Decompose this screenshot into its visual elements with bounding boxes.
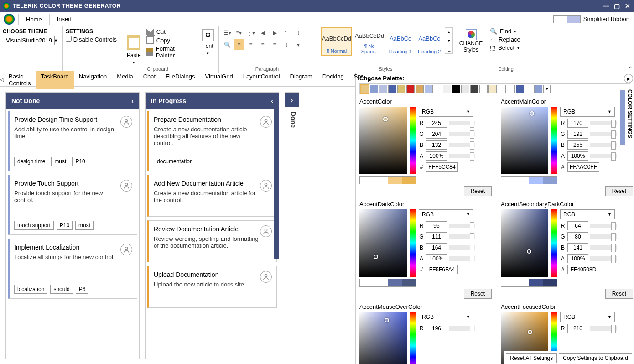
saturation-area[interactable] bbox=[359, 107, 407, 174]
card-tag[interactable]: localization bbox=[14, 285, 47, 294]
r-input[interactable] bbox=[426, 221, 447, 230]
card-tag[interactable]: documentation bbox=[154, 157, 196, 166]
card-tag[interactable]: must bbox=[51, 157, 69, 166]
reset-all-button[interactable]: Reset All Settings bbox=[506, 353, 557, 363]
g-slider[interactable] bbox=[590, 132, 617, 136]
palette-swatch[interactable] bbox=[388, 85, 396, 93]
r-input[interactable] bbox=[567, 221, 588, 230]
task-card[interactable]: Implement LocalizationLocalize all strin… bbox=[8, 239, 137, 299]
shading-button[interactable]: ▾ bbox=[293, 39, 304, 50]
saturation-area[interactable] bbox=[501, 209, 548, 277]
zoom-icon[interactable]: 🔍 bbox=[222, 39, 233, 50]
font-button[interactable]: 🖼Font▾ bbox=[200, 27, 216, 57]
align-left-button[interactable]: ≡ bbox=[234, 39, 244, 50]
task-card[interactable]: Provide Design Time SupportAdd ability t… bbox=[8, 111, 137, 171]
card-tag[interactable]: P10 bbox=[57, 221, 73, 230]
content-tab-filedialogs[interactable]: FileDialogs bbox=[161, 71, 200, 89]
palette-swatch[interactable] bbox=[479, 85, 488, 93]
g-slider[interactable] bbox=[449, 234, 475, 239]
disable-controls-checkbox[interactable]: Disable Controls bbox=[66, 36, 118, 43]
hex-input[interactable] bbox=[426, 162, 458, 172]
r-input[interactable] bbox=[426, 324, 447, 333]
tab-scroll-left[interactable]: ◁ bbox=[0, 77, 4, 83]
maximize-button[interactable]: ▢ bbox=[613, 2, 620, 10]
palette-swatch[interactable] bbox=[370, 85, 378, 93]
palette-swatch[interactable] bbox=[416, 85, 424, 93]
hex-input[interactable] bbox=[567, 265, 599, 274]
b-slider[interactable] bbox=[590, 143, 617, 147]
r-slider[interactable] bbox=[590, 326, 617, 331]
r-input[interactable] bbox=[567, 119, 588, 128]
hue-slider[interactable] bbox=[551, 107, 557, 174]
task-card[interactable]: Provide Touch SupportProvide touch suppo… bbox=[8, 175, 137, 235]
styles-more[interactable]: ⎯ bbox=[445, 45, 452, 54]
r-slider[interactable] bbox=[449, 326, 475, 331]
palette-swatch[interactable] bbox=[361, 85, 369, 93]
reset-button[interactable]: Reset bbox=[464, 289, 492, 299]
palette-swatch[interactable] bbox=[507, 85, 515, 93]
a-slider[interactable] bbox=[590, 154, 617, 158]
hue-slider[interactable] bbox=[410, 107, 416, 174]
content-tab-media[interactable]: Media bbox=[112, 71, 138, 89]
copy-button[interactable]: Copy bbox=[146, 36, 194, 44]
content-tab-taskboard[interactable]: TaskBoard bbox=[36, 71, 73, 89]
a-input[interactable] bbox=[426, 151, 447, 161]
b-slider[interactable] bbox=[449, 245, 475, 250]
b-input[interactable] bbox=[567, 140, 588, 150]
saturation-area[interactable] bbox=[359, 312, 407, 364]
select-button[interactable]: ⬚Select ▾ bbox=[489, 44, 525, 52]
content-tab-docking[interactable]: Docking bbox=[317, 71, 349, 89]
palette-swatch[interactable] bbox=[397, 85, 405, 93]
saturation-area[interactable] bbox=[501, 107, 548, 174]
change-styles-button[interactable]: CHANGE Styles bbox=[459, 27, 483, 55]
g-input[interactable] bbox=[426, 130, 447, 139]
r-input[interactable] bbox=[567, 324, 588, 333]
r-slider[interactable] bbox=[590, 224, 617, 228]
content-tab-chat[interactable]: Chat bbox=[138, 71, 161, 89]
a-slider[interactable] bbox=[449, 154, 475, 158]
task-card[interactable]: Review Documentation ArticleReview wordi… bbox=[147, 220, 277, 262]
card-tag[interactable]: P10 bbox=[72, 157, 88, 166]
collapse-icon[interactable]: ‹ bbox=[131, 97, 134, 104]
g-input[interactable] bbox=[426, 232, 447, 241]
style-option[interactable]: AaBbCcHeading 2 bbox=[416, 27, 443, 56]
minimize-button[interactable]: — bbox=[602, 2, 609, 10]
palette-swatch[interactable] bbox=[534, 85, 542, 93]
b-input[interactable] bbox=[567, 243, 588, 252]
card-tag[interactable]: must bbox=[75, 221, 94, 230]
palette-swatch[interactable] bbox=[434, 85, 442, 93]
a-input[interactable] bbox=[567, 254, 588, 263]
style-option[interactable]: AaBbCcHeading 1 bbox=[387, 27, 414, 56]
r-slider[interactable] bbox=[449, 224, 475, 228]
color-mode-dropdown[interactable]: RGB▼ bbox=[419, 209, 473, 219]
card-tag[interactable]: touch support bbox=[14, 221, 54, 230]
b-input[interactable] bbox=[426, 243, 447, 252]
column-header[interactable]: In Progress‹ bbox=[146, 93, 279, 109]
task-card[interactable]: Add New Documentation ArticleCreate a ne… bbox=[147, 175, 277, 217]
scrollbar-thumb[interactable] bbox=[274, 109, 279, 259]
cut-button[interactable]: Cut bbox=[146, 27, 194, 36]
collapse-ribbon-button[interactable]: ⌃ bbox=[629, 66, 632, 71]
hex-input[interactable] bbox=[426, 265, 458, 274]
palette-swatch[interactable] bbox=[470, 85, 478, 93]
palette-swatch[interactable] bbox=[488, 85, 497, 93]
palette-swatch[interactable] bbox=[406, 85, 415, 93]
ribbon-tab-insert[interactable]: Insert bbox=[50, 14, 79, 25]
b-input[interactable] bbox=[426, 140, 447, 150]
palette-swatch[interactable] bbox=[425, 85, 433, 93]
paste-button[interactable]: Paste▾ bbox=[124, 27, 144, 72]
content-tab-diagram[interactable]: Diagram bbox=[285, 71, 317, 89]
style-option[interactable]: AaBbCcDd¶ No Spaci... bbox=[354, 27, 385, 56]
copy-settings-button[interactable]: Copy Settings to Clipboard bbox=[559, 353, 632, 363]
saturation-area[interactable] bbox=[359, 209, 407, 277]
palette-swatch[interactable] bbox=[461, 85, 469, 93]
color-mode-dropdown[interactable]: RGB▼ bbox=[560, 107, 615, 117]
hue-slider[interactable] bbox=[551, 209, 557, 277]
theme-dropdown[interactable]: VisualStudio2019▼ bbox=[3, 36, 55, 45]
ribbon-tab-home[interactable]: Home bbox=[18, 14, 50, 25]
reset-button[interactable]: Reset bbox=[605, 289, 633, 299]
collapse-icon[interactable]: ‹ bbox=[271, 97, 273, 104]
a-slider[interactable] bbox=[449, 256, 475, 261]
content-tab-virtualgrid[interactable]: VirtualGrid bbox=[200, 71, 238, 89]
r-input[interactable] bbox=[426, 119, 447, 128]
